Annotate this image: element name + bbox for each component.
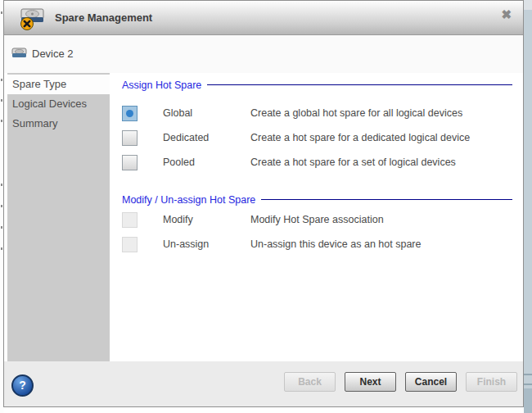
spare-management-dialog: Spare Management ✖ Device 2 Spare Type L… xyxy=(3,0,524,407)
dialog-titlebar: Spare Management ✖ xyxy=(4,1,523,35)
option-row-pooled: Pooled Create a hot spare for a set of l… xyxy=(110,155,523,171)
section-modify-unassign: Modify / Un-assign Hot Spare xyxy=(122,193,512,206)
section-assign-hot-spare: Assign Hot Spare xyxy=(122,78,512,92)
option-unassign-checkbox xyxy=(122,237,138,252)
wizard-steps-sidebar: Spare Type Logical Devices Summary xyxy=(7,73,110,361)
option-description: Create a hot spare for a dedicated logic… xyxy=(250,130,470,146)
dialog-title: Spare Management xyxy=(55,1,152,34)
option-dedicated-checkbox[interactable] xyxy=(122,130,138,146)
sidebar-item-label: Logical Devices xyxy=(12,98,87,110)
scrollbar-divider xyxy=(524,374,532,375)
sidebar-item-label: Spare Type xyxy=(12,78,66,90)
background-text-fragment xyxy=(1,205,2,207)
sidebar-item-spare-type[interactable]: Spare Type xyxy=(7,75,110,94)
option-label: Dedicated xyxy=(163,130,209,146)
option-row-modify: Modify Modify Hot Spare association xyxy=(110,212,523,229)
background-scrollbar-strip xyxy=(524,0,532,413)
option-global-checkbox[interactable] xyxy=(122,106,138,121)
next-button[interactable]: Next xyxy=(345,372,396,392)
footer-buttons: Back Next Cancel Finish xyxy=(284,372,517,392)
section-rule xyxy=(261,199,512,200)
option-pooled-checkbox[interactable] xyxy=(122,155,138,170)
background-text-fragment xyxy=(1,79,2,81)
cancel-button[interactable]: Cancel xyxy=(405,372,457,392)
option-label: Un-assign xyxy=(163,237,209,252)
option-row-unassign: Un-assign Un-assign this device as an ho… xyxy=(110,237,523,253)
background-text-fragment xyxy=(1,11,2,14)
finish-button: Finish xyxy=(466,372,517,392)
background-text-fragment xyxy=(1,120,2,122)
sidebar-item-summary[interactable]: Summary xyxy=(7,114,110,134)
sidebar-item-logical-devices[interactable]: Logical Devices xyxy=(7,94,110,114)
option-label: Pooled xyxy=(163,155,195,170)
back-button: Back xyxy=(284,372,336,392)
scrollbar-divider xyxy=(524,384,532,385)
spare-type-panel: Assign Hot Spare Global Create a global … xyxy=(110,73,523,361)
option-label: Modify xyxy=(163,212,193,228)
device-header: Device 2 xyxy=(4,35,523,73)
option-label: Global xyxy=(163,106,192,121)
dialog-main: Spare Type Logical Devices Summary Assig… xyxy=(4,73,523,361)
close-icon[interactable]: ✖ xyxy=(501,8,512,21)
device-name: Device 2 xyxy=(32,35,74,73)
background-text-fragment xyxy=(1,247,2,250)
background-text-fragment xyxy=(1,99,2,102)
spare-management-icon xyxy=(19,4,47,32)
scrollbar-top-segment xyxy=(524,0,532,10)
background-text-fragment xyxy=(1,226,2,229)
option-description: Create a hot spare for a set of logical … xyxy=(250,155,456,170)
section-title: Modify / Un-assign Hot Spare xyxy=(122,194,255,206)
help-icon[interactable]: ? xyxy=(11,374,34,397)
background-text-fragment xyxy=(1,184,2,186)
option-modify-checkbox xyxy=(122,212,138,228)
option-row-global: Global Create a global hot spare for all… xyxy=(110,106,523,122)
sidebar-item-label: Summary xyxy=(12,117,58,129)
dialog-footer: ? Back Next Cancel Finish xyxy=(4,361,523,406)
option-description: Modify Hot Spare association xyxy=(250,212,384,228)
option-row-dedicated: Dedicated Create a hot spare for a dedic… xyxy=(110,130,523,147)
radio-dot xyxy=(126,110,133,117)
section-title: Assign Hot Spare xyxy=(122,79,201,91)
device-disk-icon xyxy=(11,47,28,60)
option-description: Un-assign this device as an hot spare xyxy=(250,237,421,252)
option-description: Create a global hot spare for all logica… xyxy=(250,106,462,121)
section-rule xyxy=(207,84,512,85)
scrollbar-bottom-segment xyxy=(524,388,532,413)
